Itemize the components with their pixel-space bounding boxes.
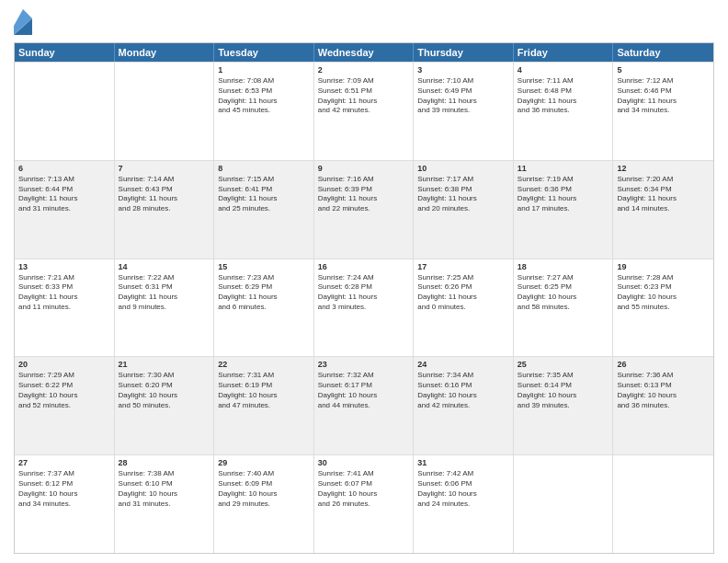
calendar-header-cell: Monday <box>115 43 215 62</box>
calendar-cell: 11Sunrise: 7:19 AM Sunset: 6:36 PM Dayli… <box>514 161 614 259</box>
calendar-cell: 14Sunrise: 7:22 AM Sunset: 6:31 PM Dayli… <box>115 259 215 357</box>
calendar-cell: 25Sunrise: 7:35 AM Sunset: 6:14 PM Dayli… <box>514 357 614 454</box>
cell-day-info: Sunrise: 7:09 AM Sunset: 6:51 PM Dayligh… <box>318 76 410 116</box>
calendar: SundayMondayTuesdayWednesdayThursdayFrid… <box>14 42 714 554</box>
calendar-row: 6Sunrise: 7:13 AM Sunset: 6:44 PM Daylig… <box>15 160 713 259</box>
cell-day-info: Sunrise: 7:29 AM Sunset: 6:22 PM Dayligh… <box>18 371 110 410</box>
calendar-cell <box>514 455 614 553</box>
cell-day-info: Sunrise: 7:11 AM Sunset: 6:48 PM Dayligh… <box>518 76 609 116</box>
cell-day-number: 1 <box>218 65 310 75</box>
calendar-cell: 30Sunrise: 7:41 AM Sunset: 6:07 PM Dayli… <box>314 455 415 553</box>
calendar-cell: 23Sunrise: 7:32 AM Sunset: 6:17 PM Dayli… <box>314 357 415 454</box>
cell-day-number: 29 <box>218 458 310 467</box>
calendar-row: 1Sunrise: 7:08 AM Sunset: 6:53 PM Daylig… <box>15 62 713 160</box>
page: SundayMondayTuesdayWednesdayThursdayFrid… <box>0 0 728 563</box>
cell-day-info: Sunrise: 7:13 AM Sunset: 6:44 PM Dayligh… <box>18 175 110 214</box>
calendar-cell: 18Sunrise: 7:27 AM Sunset: 6:25 PM Dayli… <box>514 259 614 357</box>
cell-day-info: Sunrise: 7:32 AM Sunset: 6:17 PM Dayligh… <box>318 371 410 410</box>
cell-day-info: Sunrise: 7:25 AM Sunset: 6:26 PM Dayligh… <box>417 273 509 313</box>
calendar-cell: 24Sunrise: 7:34 AM Sunset: 6:16 PM Dayli… <box>414 357 514 454</box>
calendar-header-cell: Wednesday <box>314 43 415 62</box>
cell-day-number: 4 <box>518 65 609 75</box>
cell-day-info: Sunrise: 7:19 AM Sunset: 6:36 PM Dayligh… <box>518 175 609 214</box>
cell-day-info: Sunrise: 7:31 AM Sunset: 6:19 PM Dayligh… <box>218 371 310 410</box>
cell-day-info: Sunrise: 7:35 AM Sunset: 6:14 PM Dayligh… <box>518 371 609 410</box>
calendar-cell: 22Sunrise: 7:31 AM Sunset: 6:19 PM Dayli… <box>214 357 314 454</box>
cell-day-number: 17 <box>417 262 509 271</box>
cell-day-number: 25 <box>518 360 609 369</box>
cell-day-number: 16 <box>318 262 410 271</box>
cell-day-number: 20 <box>18 360 110 369</box>
calendar-body: 1Sunrise: 7:08 AM Sunset: 6:53 PM Daylig… <box>15 62 713 553</box>
calendar-cell: 15Sunrise: 7:23 AM Sunset: 6:29 PM Dayli… <box>214 259 314 357</box>
calendar-cell: 12Sunrise: 7:20 AM Sunset: 6:34 PM Dayli… <box>613 161 713 259</box>
calendar-cell: 5Sunrise: 7:12 AM Sunset: 6:46 PM Daylig… <box>613 63 713 160</box>
cell-day-info: Sunrise: 7:15 AM Sunset: 6:41 PM Dayligh… <box>218 175 310 214</box>
calendar-cell: 8Sunrise: 7:15 AM Sunset: 6:41 PM Daylig… <box>214 161 314 259</box>
cell-day-number: 19 <box>617 262 710 271</box>
cell-day-info: Sunrise: 7:08 AM Sunset: 6:53 PM Dayligh… <box>218 76 310 116</box>
cell-day-number: 7 <box>119 164 210 173</box>
calendar-cell: 7Sunrise: 7:14 AM Sunset: 6:43 PM Daylig… <box>115 161 215 259</box>
calendar-header-cell: Saturday <box>613 43 713 62</box>
calendar-cell <box>613 455 713 553</box>
calendar-cell: 4Sunrise: 7:11 AM Sunset: 6:48 PM Daylig… <box>514 63 614 160</box>
cell-day-info: Sunrise: 7:30 AM Sunset: 6:20 PM Dayligh… <box>119 371 210 410</box>
cell-day-number: 8 <box>218 164 310 173</box>
cell-day-info: Sunrise: 7:34 AM Sunset: 6:16 PM Dayligh… <box>417 371 509 410</box>
cell-day-number: 27 <box>18 458 110 467</box>
cell-day-number: 11 <box>518 164 609 173</box>
cell-day-info: Sunrise: 7:21 AM Sunset: 6:33 PM Dayligh… <box>18 273 110 313</box>
cell-day-number: 22 <box>218 360 310 369</box>
cell-day-number: 13 <box>18 262 110 271</box>
cell-day-number: 10 <box>417 164 509 173</box>
cell-day-info: Sunrise: 7:41 AM Sunset: 6:07 PM Dayligh… <box>318 469 410 509</box>
cell-day-number: 3 <box>417 65 509 75</box>
cell-day-number: 6 <box>18 164 110 173</box>
cell-day-info: Sunrise: 7:17 AM Sunset: 6:38 PM Dayligh… <box>417 175 509 214</box>
calendar-header-cell: Friday <box>514 43 614 62</box>
calendar-row: 13Sunrise: 7:21 AM Sunset: 6:33 PM Dayli… <box>15 259 713 357</box>
calendar-cell: 28Sunrise: 7:38 AM Sunset: 6:10 PM Dayli… <box>115 455 215 553</box>
calendar-cell: 29Sunrise: 7:40 AM Sunset: 6:09 PM Dayli… <box>214 455 314 553</box>
cell-day-number: 30 <box>318 458 410 467</box>
calendar-cell: 27Sunrise: 7:37 AM Sunset: 6:12 PM Dayli… <box>15 455 115 553</box>
cell-day-number: 15 <box>218 262 310 271</box>
cell-day-info: Sunrise: 7:40 AM Sunset: 6:09 PM Dayligh… <box>218 469 310 509</box>
calendar-cell: 16Sunrise: 7:24 AM Sunset: 6:28 PM Dayli… <box>314 259 415 357</box>
calendar-header-cell: Tuesday <box>214 43 314 62</box>
cell-day-number: 23 <box>318 360 410 369</box>
cell-day-number: 14 <box>119 262 210 271</box>
cell-day-info: Sunrise: 7:38 AM Sunset: 6:10 PM Dayligh… <box>119 469 210 509</box>
cell-day-number: 2 <box>318 65 410 75</box>
header <box>14 9 714 35</box>
calendar-cell: 1Sunrise: 7:08 AM Sunset: 6:53 PM Daylig… <box>214 63 314 160</box>
cell-day-number: 5 <box>617 65 710 75</box>
logo-icon <box>14 9 32 35</box>
calendar-cell: 3Sunrise: 7:10 AM Sunset: 6:49 PM Daylig… <box>414 63 514 160</box>
cell-day-number: 12 <box>617 164 710 173</box>
cell-day-info: Sunrise: 7:28 AM Sunset: 6:23 PM Dayligh… <box>617 273 710 313</box>
calendar-cell: 21Sunrise: 7:30 AM Sunset: 6:20 PM Dayli… <box>115 357 215 454</box>
calendar-cell: 26Sunrise: 7:36 AM Sunset: 6:13 PM Dayli… <box>613 357 713 454</box>
cell-day-info: Sunrise: 7:22 AM Sunset: 6:31 PM Dayligh… <box>119 273 210 313</box>
calendar-cell: 20Sunrise: 7:29 AM Sunset: 6:22 PM Dayli… <box>15 357 115 454</box>
cell-day-info: Sunrise: 7:24 AM Sunset: 6:28 PM Dayligh… <box>318 273 410 313</box>
cell-day-info: Sunrise: 7:37 AM Sunset: 6:12 PM Dayligh… <box>18 469 110 509</box>
calendar-cell: 9Sunrise: 7:16 AM Sunset: 6:39 PM Daylig… <box>314 161 415 259</box>
cell-day-info: Sunrise: 7:23 AM Sunset: 6:29 PM Dayligh… <box>218 273 310 313</box>
calendar-cell <box>15 63 115 160</box>
cell-day-info: Sunrise: 7:16 AM Sunset: 6:39 PM Dayligh… <box>318 175 410 214</box>
cell-day-info: Sunrise: 7:12 AM Sunset: 6:46 PM Dayligh… <box>617 76 710 116</box>
cell-day-info: Sunrise: 7:27 AM Sunset: 6:25 PM Dayligh… <box>518 273 609 313</box>
cell-day-info: Sunrise: 7:10 AM Sunset: 6:49 PM Dayligh… <box>417 76 509 116</box>
calendar-cell: 31Sunrise: 7:42 AM Sunset: 6:06 PM Dayli… <box>414 455 514 553</box>
calendar-cell: 17Sunrise: 7:25 AM Sunset: 6:26 PM Dayli… <box>414 259 514 357</box>
calendar-header-cell: Sunday <box>15 43 115 62</box>
cell-day-number: 18 <box>518 262 609 271</box>
cell-day-info: Sunrise: 7:42 AM Sunset: 6:06 PM Dayligh… <box>417 469 509 509</box>
cell-day-number: 24 <box>417 360 509 369</box>
calendar-cell: 13Sunrise: 7:21 AM Sunset: 6:33 PM Dayli… <box>15 259 115 357</box>
cell-day-number: 31 <box>417 458 509 467</box>
cell-day-info: Sunrise: 7:20 AM Sunset: 6:34 PM Dayligh… <box>617 175 710 214</box>
